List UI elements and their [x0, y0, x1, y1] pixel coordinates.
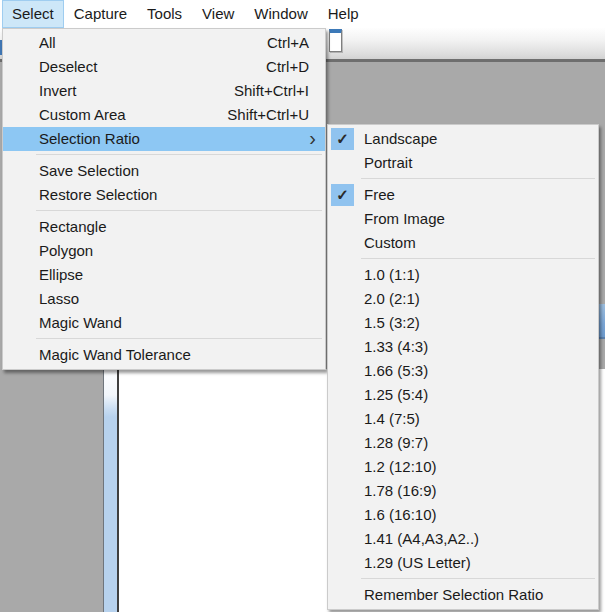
background-window-titlebar-fragment	[599, 304, 605, 339]
submenu-item-label: 1.66 (5:3)	[364, 359, 428, 383]
menubar-item[interactable]: Window	[244, 0, 317, 28]
menu-item[interactable]: Save Selection ›	[3, 159, 325, 183]
menubar-item-label: View	[202, 5, 234, 22]
menubar-item-label: Capture	[74, 5, 127, 22]
menu-item[interactable]: Ellipse ›	[3, 263, 325, 287]
selection-ratio-submenu: ✓ Landscape ✓ Portrait ✓ Free ✓ From Ima…	[327, 124, 599, 610]
menubar-item-label: Help	[328, 5, 359, 22]
submenu-item[interactable]: ✓ 1.0 (1:1)	[328, 263, 598, 287]
submenu-item[interactable]: ✓ Free	[328, 183, 598, 207]
menu-item-shortcut: Shift+Ctrl+I	[234, 79, 309, 103]
submenu-item[interactable]: ✓ 1.6 (16:10)	[328, 503, 598, 527]
menu-item[interactable]: Custom Area Shift+Ctrl+U ›	[3, 103, 325, 127]
menu-separator	[361, 178, 595, 179]
menu-item-label: Custom Area	[39, 103, 126, 127]
menu-item[interactable]: Polygon ›	[3, 239, 325, 263]
submenu-item-label: Remember Selection Ratio	[364, 583, 543, 607]
menu-separator	[36, 338, 322, 339]
submenu-item-label: Landscape	[364, 127, 437, 151]
submenu-item-label: 1.33 (4:3)	[364, 335, 428, 359]
select-menu: All Ctrl+A › Deselect Ctrl+D › Invert Sh…	[2, 28, 326, 370]
menubar-item[interactable]: Capture	[64, 0, 137, 28]
menubar-item-label: Tools	[147, 5, 182, 22]
app-window: Select Capture Tools View Window Help Al…	[0, 0, 605, 612]
menubar-item[interactable]: Help	[318, 0, 369, 28]
menu-item[interactable]: Rectangle ›	[3, 215, 325, 239]
menu-item-label: Lasso	[39, 287, 79, 311]
submenu-item-label: 1.5 (3:2)	[364, 311, 420, 335]
menu-separator	[361, 258, 595, 259]
menu-separator	[36, 154, 322, 155]
submenu-item-label: 1.29 (US Letter)	[364, 551, 471, 575]
menu-item[interactable]: Invert Shift+Ctrl+I ›	[3, 79, 325, 103]
submenu-item-label: 1.6 (16:10)	[364, 503, 437, 527]
menubar-item-label: Select	[12, 5, 54, 22]
menu-item[interactable]: All Ctrl+A ›	[3, 31, 325, 55]
menu-item-label: Restore Selection	[39, 183, 157, 207]
menubar-item-label: Window	[254, 5, 307, 22]
submenu-item[interactable]: ✓ 2.0 (2:1)	[328, 287, 598, 311]
menu-item-label: Save Selection	[39, 159, 139, 183]
submenu-item[interactable]: ✓ 1.29 (US Letter)	[328, 551, 598, 575]
menu-bar: Select Capture Tools View Window Help	[0, 0, 605, 28]
toolbar-button-icon[interactable]	[329, 29, 342, 52]
submenu-item-label: From Image	[364, 207, 445, 231]
submenu-item-label: Free	[364, 183, 395, 207]
submenu-item[interactable]: ✓ 1.28 (9:7)	[328, 431, 598, 455]
menubar-item[interactable]: Select	[2, 0, 64, 28]
submenu-item[interactable]: ✓ Portrait	[328, 151, 598, 175]
menu-item-label: Magic Wand Tolerance	[39, 343, 191, 367]
submenu-item[interactable]: ✓ 1.5 (3:2)	[328, 311, 598, 335]
menu-item[interactable]: Lasso ›	[3, 287, 325, 311]
submenu-item-label: Custom	[364, 231, 416, 255]
menu-item[interactable]: Deselect Ctrl+D ›	[3, 55, 325, 79]
menu-item-label: Deselect	[39, 55, 97, 79]
checkmark-icon: ✓	[331, 184, 354, 206]
submenu-item-label: 1.0 (1:1)	[364, 263, 420, 287]
submenu-item[interactable]: ✓ 1.2 (12:10)	[328, 455, 598, 479]
menu-separator	[361, 578, 595, 579]
submenu-item-label: 1.4 (7:5)	[364, 407, 420, 431]
submenu-item-label: 1.78 (16:9)	[364, 479, 437, 503]
submenu-item-label: 1.41 (A4,A3,A2..)	[364, 527, 479, 551]
menu-item-shortcut: Shift+Ctrl+U	[227, 103, 309, 127]
menu-item-label: Ellipse	[39, 263, 83, 287]
menu-item[interactable]: Selection Ratio ›	[3, 127, 325, 151]
menu-item-label: All	[39, 31, 56, 55]
submenu-item[interactable]: ✓ 1.25 (5:4)	[328, 383, 598, 407]
submenu-item[interactable]: ✓ Landscape	[328, 127, 598, 151]
submenu-item[interactable]: ✓ Custom	[328, 231, 598, 255]
menu-item-shortcut: Ctrl+A	[267, 31, 309, 55]
submenu-item-label: 2.0 (2:1)	[364, 287, 420, 311]
menu-item[interactable]: Magic Wand Tolerance ›	[3, 343, 325, 367]
submenu-item[interactable]: ✓ From Image	[328, 207, 598, 231]
scrollbar[interactable]	[103, 369, 119, 612]
submenu-item-label: 1.28 (9:7)	[364, 431, 428, 455]
menu-item-label: Polygon	[39, 239, 93, 263]
chevron-right-icon: ›	[309, 127, 316, 150]
submenu-item[interactable]: ✓ 1.66 (5:3)	[328, 359, 598, 383]
menu-item-label: Invert	[39, 79, 77, 103]
submenu-item[interactable]: ✓ 1.41 (A4,A3,A2..)	[328, 527, 598, 551]
menubar-item[interactable]: View	[192, 0, 244, 28]
submenu-item-label: 1.2 (12:10)	[364, 455, 437, 479]
checkmark-icon: ✓	[331, 128, 354, 150]
menu-separator	[36, 210, 322, 211]
menu-item[interactable]: Restore Selection ›	[3, 183, 325, 207]
submenu-item-label: 1.25 (5:4)	[364, 383, 428, 407]
menubar-item[interactable]: Tools	[137, 0, 192, 28]
menu-item-label: Magic Wand	[39, 311, 122, 335]
menu-item-label: Rectangle	[39, 215, 107, 239]
submenu-item[interactable]: ✓ 1.33 (4:3)	[328, 335, 598, 359]
submenu-item[interactable]: ✓ 1.78 (16:9)	[328, 479, 598, 503]
submenu-item-label: Portrait	[364, 151, 412, 175]
submenu-item[interactable]: ✓ Remember Selection Ratio	[328, 583, 598, 607]
menu-item-label: Selection Ratio	[39, 127, 140, 151]
submenu-item[interactable]: ✓ 1.4 (7:5)	[328, 407, 598, 431]
menu-item[interactable]: Magic Wand ›	[3, 311, 325, 335]
menu-item-shortcut: Ctrl+D	[266, 55, 309, 79]
